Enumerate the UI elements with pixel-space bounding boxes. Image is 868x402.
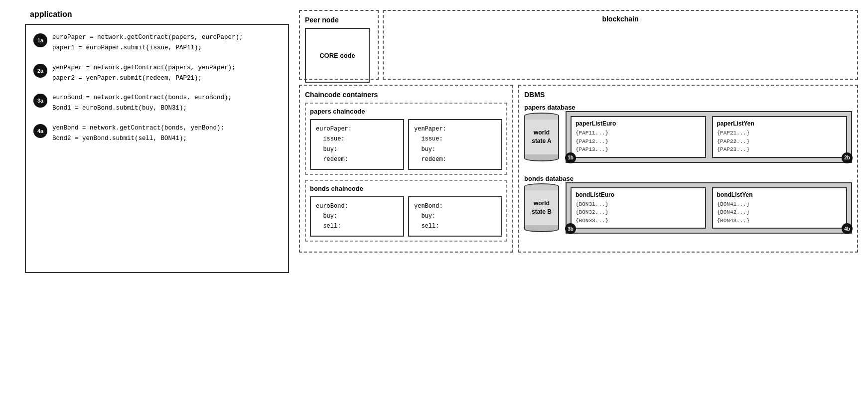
app-label: application bbox=[30, 10, 289, 19]
bonds-chaincode-section: bonds chaincode euroBond: buy: sell: yen… bbox=[305, 180, 507, 242]
papers-section-row: worldstate A paperListEuro {PAP11...} {P… bbox=[524, 111, 852, 163]
bond-list-yen: bondListYen {BON41...} {BON42...} {BON43… bbox=[712, 187, 848, 229]
euro-bond-chaincode: euroBond: buy: sell: bbox=[310, 196, 404, 237]
bond-list-yen-row1: {BON41...} bbox=[717, 200, 843, 209]
paper-list-euro: paperListEuro {PAP11...} {PAP12...} {PAP… bbox=[571, 116, 706, 158]
paper-list-yen-header: paperListYen bbox=[717, 120, 843, 127]
euro-paper-code: euroPaper: issue: buy: redeem: bbox=[316, 126, 352, 163]
bond-list-euro-table: bondListEuro {BON31...} {BON32...} {BON3… bbox=[571, 187, 706, 229]
papers-db-group: papers database worldstate A paperListEu bbox=[524, 104, 852, 163]
paper-list-yen-row2: {PAP22...} bbox=[717, 137, 843, 146]
bonds-section-row: worldstate B bondListEuro {BON31...} {BO… bbox=[524, 182, 852, 234]
world-state-b-container: worldstate B bbox=[524, 183, 559, 232]
bond-list-yen-row3: {BON43...} bbox=[717, 217, 843, 225]
paper-list-yen-table: paperListYen {PAP21...} {PAP22...} {PAP2… bbox=[712, 116, 848, 158]
world-state-b-body: worldstate B bbox=[524, 190, 559, 225]
yen-paper-code: yenPaper: issue: buy: redeem: bbox=[414, 126, 446, 163]
bonds-db-label: bonds database bbox=[524, 175, 852, 182]
right-panel: Peer node CORE code blockchain Chaincode… bbox=[299, 10, 858, 253]
peer-node-label: Peer node bbox=[305, 16, 373, 24]
papers-db-label: papers database bbox=[524, 104, 852, 111]
papers-chaincode-label: papers chaincode bbox=[310, 108, 502, 115]
bond-list-euro: bondListEuro {BON31...} {BON32...} {BON3… bbox=[571, 187, 706, 229]
badge-2a: 2a bbox=[33, 64, 47, 78]
world-state-a-container: worldstate A bbox=[524, 113, 559, 161]
chaincode-section: Chaincode containers papers chaincode eu… bbox=[299, 85, 513, 253]
badge-4a: 4a bbox=[33, 124, 47, 138]
euro-bond-code: euroBond: buy: sell: bbox=[316, 203, 348, 230]
euro-paper-chaincode: euroPaper: issue: buy: redeem: bbox=[310, 119, 404, 170]
paper-list-yen-row3: {PAP23...} bbox=[717, 145, 843, 154]
cylinder-bottom-b bbox=[524, 225, 559, 232]
code-block-3a: 3aeuroBond = network.getContract(bonds, … bbox=[33, 93, 281, 114]
badge-3a: 3a bbox=[33, 94, 47, 108]
paper-list-yen: paperListYen {PAP21...} {PAP22...} {PAP2… bbox=[712, 116, 848, 158]
top-row: Peer node CORE code blockchain bbox=[299, 10, 858, 80]
bonds-chaincode-label: bonds chaincode bbox=[310, 185, 502, 192]
paper-list-euro-header: paperListEuro bbox=[576, 120, 701, 127]
core-code-label: CORE code bbox=[319, 52, 355, 59]
papers-chaincode-boxes: euroPaper: issue: buy: redeem: yenPaper:… bbox=[310, 119, 502, 170]
code-box: 1aeuroPaper = network.getContract(papers… bbox=[25, 24, 289, 273]
code-text-1a: euroPaper = network.getContract(papers, … bbox=[52, 32, 243, 54]
bond-list-euro-row2: {BON32...} bbox=[576, 208, 701, 217]
cylinder-top-a bbox=[524, 113, 559, 120]
code-text-2a: yenPaper = network.getContract(papers, y… bbox=[52, 63, 236, 84]
badge-1b: 1b bbox=[565, 152, 576, 163]
bonds-chaincode-boxes: euroBond: buy: sell: yenBond: buy: sell: bbox=[310, 196, 502, 237]
code-block-4a: 4ayenBond = network.getContract(bonds, y… bbox=[33, 123, 281, 144]
peer-node-section: Peer node CORE code bbox=[299, 10, 379, 80]
blockchain-blocks-container bbox=[390, 26, 851, 28]
dbms-label: DBMS bbox=[524, 91, 852, 99]
dbms-section: DBMS papers database worldstate A bbox=[518, 85, 858, 253]
bond-list-yen-row2: {BON42...} bbox=[717, 208, 843, 217]
chaincode-containers-label: Chaincode containers bbox=[305, 91, 507, 99]
paper-list-euro-row3: {PAP13...} bbox=[576, 145, 701, 154]
bond-list-euro-row3: {BON33...} bbox=[576, 217, 701, 225]
yen-bond-chaincode: yenBond: buy: sell: bbox=[408, 196, 502, 237]
yen-bond-code: yenBond: buy: sell: bbox=[414, 203, 443, 230]
bonds-db-group: bonds database worldstate B bondListEuro bbox=[524, 175, 852, 234]
core-code-box: CORE code bbox=[305, 28, 370, 83]
bond-list-euro-row1: {BON31...} bbox=[576, 200, 701, 209]
blockchain-label: blockchain bbox=[390, 15, 851, 23]
bond-list-euro-header: bondListEuro bbox=[576, 191, 701, 198]
code-block-1a: 1aeuroPaper = network.getContract(papers… bbox=[33, 32, 281, 54]
bond-list-yen-table: bondListYen {BON41...} {BON42...} {BON43… bbox=[712, 187, 848, 229]
lower-section: Chaincode containers papers chaincode eu… bbox=[299, 85, 858, 253]
paper-list-euro-row1: {PAP11...} bbox=[576, 129, 701, 137]
papers-db-container: paperListEuro {PAP11...} {PAP12...} {PAP… bbox=[566, 111, 852, 163]
cylinder-bottom-a bbox=[524, 154, 559, 161]
application-panel: application 1aeuroPaper = network.getCon… bbox=[10, 10, 289, 273]
badge-4b: 4b bbox=[842, 223, 853, 234]
paper-list-euro-table: paperListEuro {PAP11...} {PAP12...} {PAP… bbox=[571, 116, 706, 158]
paper-list-yen-row1: {PAP21...} bbox=[717, 129, 843, 137]
bonds-db-container: bondListEuro {BON31...} {BON32...} {BON3… bbox=[566, 182, 852, 234]
yen-paper-chaincode: yenPaper: issue: buy: redeem: bbox=[408, 119, 502, 170]
bond-list-yen-header: bondListYen bbox=[717, 191, 843, 198]
code-text-3a: euroBond = network.getContract(bonds, eu… bbox=[52, 93, 232, 114]
world-state-a-body: worldstate A bbox=[524, 120, 559, 154]
badge-2b: 2b bbox=[842, 152, 853, 163]
code-block-2a: 2ayenPaper = network.getContract(papers,… bbox=[33, 63, 281, 84]
code-text-4a: yenBond = network.getContract(bonds, yen… bbox=[52, 123, 224, 144]
blockchain-section: blockchain bbox=[383, 10, 858, 80]
cylinder-top-b bbox=[524, 183, 559, 190]
badge-1a: 1a bbox=[33, 33, 47, 47]
paper-list-euro-row2: {PAP12...} bbox=[576, 137, 701, 146]
badge-3b: 3b bbox=[565, 223, 576, 234]
papers-chaincode-section: papers chaincode euroPaper: issue: buy: … bbox=[305, 103, 507, 175]
